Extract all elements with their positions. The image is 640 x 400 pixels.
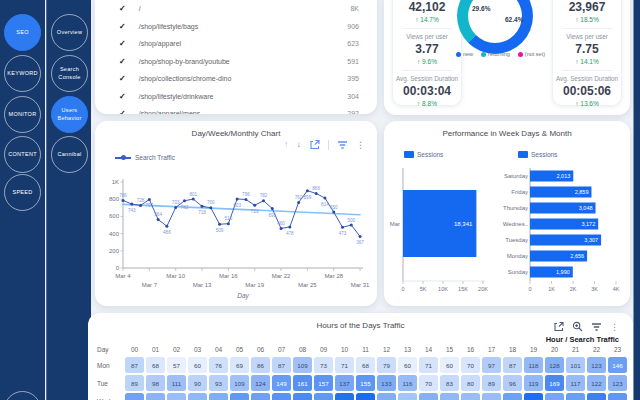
divider: [402, 70, 452, 71]
data-point: [306, 189, 309, 192]
hour-header: 23: [607, 343, 628, 356]
svg-text:Mar 22: Mar 22: [272, 273, 291, 279]
page-row[interactable]: ✓/shop/apparel623: [95, 35, 377, 53]
data-point: [244, 198, 247, 201]
svg-text:743: 743: [128, 208, 136, 213]
legend-item-returning: returning: [481, 51, 510, 57]
sessions-legend-month[interactable]: Sessions: [404, 151, 443, 158]
heat-cell: 196: [335, 393, 354, 400]
heat-cell: 199: [524, 393, 543, 400]
heat-cell: 57: [167, 357, 186, 373]
svg-text:Mar 7: Mar 7: [142, 282, 158, 288]
data-point: [192, 198, 195, 201]
export-icon[interactable]: [553, 321, 564, 332]
heatmap-title: Hours of the Days Traffic: [88, 321, 633, 330]
legend-label: Search Traffic: [135, 154, 175, 161]
svg-text:Mar 25: Mar 25: [298, 282, 317, 288]
search-traffic-legend[interactable]: Search Traffic: [115, 154, 175, 161]
hour-header: 01: [145, 343, 166, 356]
data-point: [359, 235, 362, 238]
data-point: [218, 223, 221, 226]
nav-item-cannibal[interactable]: Cannibal: [51, 136, 88, 173]
hour-header: 17: [481, 343, 502, 356]
more-options-icon[interactable]: ⋮: [356, 140, 365, 150]
legend-dot: [518, 52, 523, 57]
heat-cell: 123: [608, 375, 627, 391]
data-point: [139, 204, 142, 207]
legend-line-marker: [115, 157, 131, 159]
svg-text:20K: 20K: [478, 286, 488, 292]
export-icon[interactable]: [309, 139, 320, 150]
svg-text:801: 801: [189, 192, 197, 197]
page-views-value: 591: [347, 58, 359, 65]
page-views-value: 8K: [350, 5, 359, 12]
svg-text:Mar 4: Mar 4: [115, 273, 131, 279]
nav-item-overview[interactable]: Overview: [51, 14, 88, 51]
session-duration-value: 00:03:04: [393, 84, 461, 98]
page-path: /shop/lifestyle/bags: [139, 23, 335, 30]
check-icon: ✓: [119, 74, 126, 83]
hour-header: 09: [313, 343, 334, 356]
nav-item-content[interactable]: CONTENT: [4, 136, 41, 173]
data-point: [280, 227, 283, 230]
data-point: [157, 218, 160, 221]
up-arrow-icon: ↑: [575, 100, 578, 107]
filter-icon[interactable]: [591, 322, 602, 332]
hourly-traffic-heatmap-card: Hours of the Days Traffic ⋮ Hour / Searc…: [88, 313, 633, 400]
sessions-legend-week[interactable]: Sessions: [518, 151, 557, 158]
heat-cell: 60: [398, 357, 417, 373]
zoom-icon[interactable]: [572, 321, 583, 332]
svg-text:803: 803: [233, 203, 241, 208]
page-row[interactable]: ✓/shop/apparel/mens292: [95, 105, 377, 114]
check-icon: ✓: [119, 4, 126, 13]
heat-cell: 68: [356, 357, 375, 373]
heat-cell: 146: [608, 357, 627, 373]
svg-text:1K: 1K: [112, 179, 119, 185]
heat-cell: 139: [545, 393, 564, 400]
page-views-value: 292: [347, 110, 359, 114]
filter-icon[interactable]: [337, 140, 348, 150]
heat-cell: 123: [587, 357, 606, 373]
page-row[interactable]: ✓/shop/lifestyle/bags906: [95, 18, 377, 36]
line-chart-title: Day/Week/Monthly Chart: [95, 129, 377, 138]
legend-swatch: [518, 151, 528, 158]
nav-item-seo[interactable]: SEO: [4, 14, 41, 51]
svg-text:729: 729: [251, 209, 259, 214]
nav-item-partial[interactable]: [4, 391, 41, 400]
heat-cell: 87: [503, 357, 522, 373]
page-row[interactable]: ✓/shop/shop-by-brand/youtube591: [95, 53, 377, 71]
heat-cell: 97: [482, 357, 501, 373]
restore-up-icon[interactable]: ↑: [284, 140, 289, 149]
svg-text:2,656: 2,656: [570, 253, 584, 259]
nav-item-search-console[interactable]: Search Console: [51, 55, 88, 92]
heat-cell: 153: [314, 393, 333, 400]
delta-value: 9.6%: [422, 58, 437, 65]
up-arrow-icon: ↑: [575, 16, 578, 23]
page-row[interactable]: ✓/shop/lifestyle/drinkware304: [95, 88, 377, 106]
svg-text:500: 500: [347, 218, 355, 223]
line-chart-toolbar: ↑ ↓ ⋮: [284, 139, 365, 150]
more-options-icon[interactable]: ⋮: [610, 322, 619, 332]
svg-text:564: 564: [154, 212, 162, 217]
session-duration-label: Avg. Session Duration: [553, 75, 621, 82]
page-row[interactable]: ✓/shop/collections/chrome-dino395: [95, 70, 377, 88]
svg-text:Day: Day: [237, 292, 249, 300]
download-icon[interactable]: ↓: [297, 140, 302, 149]
delta-value: 14.1%: [580, 58, 598, 65]
svg-text:691: 691: [268, 213, 276, 218]
nav-item-keyword[interactable]: KEYWORD: [4, 55, 41, 92]
heat-cell: 71: [335, 357, 354, 373]
day-label-wed: Wed: [94, 392, 124, 400]
svg-text:3K: 3K: [591, 286, 598, 292]
page-row[interactable]: ✓/8K: [95, 0, 377, 18]
heat-cell: 71: [419, 357, 438, 373]
svg-text:866: 866: [312, 186, 320, 191]
svg-text:5K: 5K: [420, 286, 427, 292]
weekday-sessions-bar-chart: 01K2K3K4KSaturday2,013Friday2,859Thursda…: [500, 161, 628, 299]
nav-item-users-behavior[interactable]: Users Behavior: [51, 96, 88, 133]
nav-item-speed[interactable]: SPEED: [4, 174, 41, 211]
nav-item-monitor[interactable]: MONITOR: [4, 96, 41, 133]
heat-cell: 80: [461, 375, 480, 391]
data-point: [323, 196, 326, 199]
hour-header: 02: [166, 343, 187, 356]
